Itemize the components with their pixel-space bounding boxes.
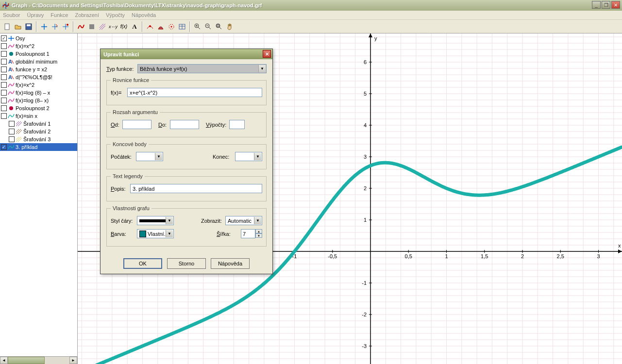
svg-text:A: A bbox=[8, 66, 12, 72]
checkbox[interactable] bbox=[1, 105, 7, 111]
hand-icon[interactable] bbox=[224, 21, 235, 32]
checkbox[interactable] bbox=[1, 90, 7, 96]
spin-up-icon[interactable]: ▲ bbox=[255, 229, 262, 233]
checkbox[interactable] bbox=[9, 129, 15, 134]
dialog-close-button[interactable]: ✕ bbox=[263, 50, 271, 58]
zoom-fit-icon[interactable] bbox=[214, 21, 224, 32]
table-icon[interactable] bbox=[177, 21, 187, 32]
sidebar-item[interactable]: Posloupnost 1 bbox=[0, 50, 77, 58]
checkbox[interactable]: ✓ bbox=[1, 35, 7, 41]
rovnice-input[interactable] bbox=[127, 88, 262, 97]
text-icon[interactable]: A bbox=[129, 21, 140, 32]
hatch-icon[interactable] bbox=[97, 21, 108, 32]
sidebar-item[interactable]: Šrafování 1 bbox=[0, 120, 77, 128]
checkbox[interactable] bbox=[1, 74, 7, 80]
area-icon[interactable] bbox=[155, 21, 166, 32]
help-button[interactable]: Nápověda bbox=[211, 258, 250, 269]
ok-button[interactable]: OK bbox=[123, 258, 162, 269]
sidebar-item[interactable]: Afunkce y = x2 bbox=[0, 66, 77, 73]
chevron-down-icon[interactable]: ▼ bbox=[258, 65, 266, 72]
dialog-titlebar[interactable]: Upravit funkci ✕ bbox=[101, 49, 272, 59]
svg-rect-4 bbox=[89, 24, 94, 29]
axes-icon[interactable] bbox=[39, 21, 50, 32]
maximize-button[interactable]: ❐ bbox=[602, 1, 610, 9]
sirka-spinner[interactable]: ▲▼ bbox=[241, 229, 262, 238]
menu-view[interactable]: Zobrazení bbox=[75, 12, 99, 18]
axes-config-icon[interactable] bbox=[60, 21, 71, 32]
scroll-right-icon[interactable]: ► bbox=[69, 357, 77, 364]
deriv-icon[interactable] bbox=[166, 21, 177, 32]
axes-icon bbox=[8, 35, 15, 41]
sidebar-item[interactable]: Ad|"?€%OL¶@$! bbox=[0, 73, 77, 81]
cancel-button[interactable]: Storno bbox=[167, 258, 206, 269]
od-input[interactable] bbox=[122, 120, 151, 129]
zoom-in-icon[interactable] bbox=[192, 21, 203, 32]
pocatek-combo[interactable]: ▼ bbox=[136, 152, 163, 161]
checkbox[interactable] bbox=[1, 98, 7, 103]
sidebar-item[interactable]: Šrafování 3 bbox=[0, 135, 77, 143]
menu-file[interactable]: Soubor bbox=[3, 12, 20, 18]
checkbox[interactable] bbox=[1, 43, 7, 49]
sidebar-item[interactable]: f(x)=log (8– x) bbox=[0, 97, 77, 104]
menu-function[interactable]: Funkce bbox=[50, 12, 68, 18]
vlastnosti-group: Vlastnosti grafu Styl čáry: ▼ Zobrazit: … bbox=[106, 205, 267, 247]
popis-input[interactable] bbox=[130, 184, 262, 193]
open-icon[interactable] bbox=[13, 21, 23, 32]
menu-help[interactable]: Nápověda bbox=[132, 12, 156, 18]
xy-icon[interactable]: x↔y bbox=[108, 21, 118, 32]
alpha-icon: A bbox=[8, 59, 15, 65]
spin-down-icon[interactable]: ▼ bbox=[255, 233, 262, 238]
menu-edit[interactable]: Úpravy bbox=[27, 12, 44, 18]
chevron-down-icon[interactable]: ▼ bbox=[254, 153, 261, 160]
sidebar-item[interactable]: f(x)=log (8) – x bbox=[0, 89, 77, 97]
trace-icon[interactable] bbox=[145, 21, 155, 32]
zobrazit-combo[interactable]: Automatic▼ bbox=[225, 216, 262, 225]
sidebar-item-label: f(x)=log (8) – x bbox=[16, 90, 50, 96]
svg-text:A: A bbox=[8, 59, 12, 65]
do-input[interactable] bbox=[170, 120, 199, 129]
chevron-down-icon[interactable]: ▼ bbox=[166, 217, 173, 224]
checkbox[interactable] bbox=[9, 136, 15, 142]
sidebar-item-label: globální minimum bbox=[16, 59, 57, 65]
checkbox[interactable] bbox=[1, 51, 7, 57]
axes-edit-icon[interactable] bbox=[50, 21, 60, 32]
sidebar-item[interactable]: Šrafování 2 bbox=[0, 128, 77, 135]
barva-combo[interactable]: Vlastní..▼ bbox=[137, 229, 174, 238]
styl-combo[interactable]: ▼ bbox=[137, 216, 174, 225]
sidebar-item-label: f(x)=x^2 bbox=[16, 43, 34, 49]
new-icon[interactable] bbox=[2, 21, 13, 32]
checkbox[interactable] bbox=[1, 59, 7, 65]
pocatek-label: Počátek: bbox=[111, 154, 133, 160]
zoom-out-icon[interactable] bbox=[203, 21, 214, 32]
menu-calc[interactable]: Výpočty bbox=[106, 12, 125, 18]
scroll-left-icon[interactable]: ◄ bbox=[0, 357, 8, 364]
checkbox[interactable] bbox=[1, 113, 7, 119]
minimize-button[interactable]: _ bbox=[592, 1, 601, 9]
svg-text:3: 3 bbox=[364, 154, 367, 160]
chevron-down-icon[interactable]: ▼ bbox=[166, 230, 173, 237]
chevron-down-icon[interactable]: ▼ bbox=[254, 217, 261, 224]
typ-funkce-combo[interactable]: Běžná funkce y=f(x) ▼ bbox=[137, 64, 267, 73]
svg-text:1: 1 bbox=[445, 253, 448, 259]
sidebar-item[interactable]: f(x)=x^2 bbox=[0, 81, 77, 89]
curve-red-icon[interactable] bbox=[76, 21, 86, 32]
sidebar-item[interactable]: ✓Osy bbox=[0, 34, 77, 42]
vypocty-input[interactable] bbox=[229, 120, 245, 129]
fx-icon[interactable]: f(x) bbox=[118, 21, 129, 32]
checkbox[interactable]: ✓ bbox=[1, 144, 7, 150]
sidebar-scrollbar[interactable]: ◄ ► bbox=[0, 356, 77, 364]
fill-icon[interactable] bbox=[86, 21, 97, 32]
sidebar-item[interactable]: Posloupnost 2 bbox=[0, 104, 77, 112]
sidebar-item[interactable]: Aglobální minimum bbox=[0, 58, 77, 66]
sidebar-item[interactable]: ✓3. příklad bbox=[0, 143, 77, 151]
konec-combo[interactable]: ▼ bbox=[235, 152, 262, 161]
save-icon[interactable] bbox=[23, 21, 34, 32]
chevron-down-icon[interactable]: ▼ bbox=[155, 153, 162, 160]
sidebar-item[interactable]: f(x)=sin x bbox=[0, 112, 77, 120]
window-title: Graph - C:\Documents and Settings\Toshib… bbox=[12, 2, 262, 8]
sidebar-item[interactable]: f(x)=x^2 bbox=[0, 42, 77, 50]
checkbox[interactable] bbox=[9, 121, 15, 127]
checkbox[interactable] bbox=[1, 66, 7, 72]
checkbox[interactable] bbox=[1, 82, 7, 88]
close-button[interactable]: ✕ bbox=[611, 1, 620, 9]
